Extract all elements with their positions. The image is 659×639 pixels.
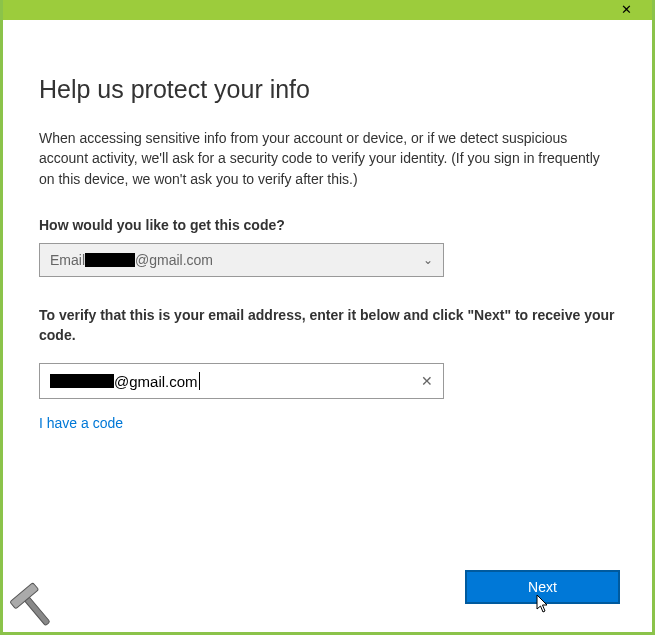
text-cursor <box>199 372 200 390</box>
email-input[interactable]: @gmail.com ✕ <box>39 363 444 399</box>
redacted-text <box>85 253 135 267</box>
next-button[interactable]: Next <box>465 570 620 604</box>
dialog-window: ✕ Help us protect your info When accessi… <box>0 0 655 635</box>
close-icon[interactable]: ✕ <box>613 0 640 20</box>
method-label: How would you like to get this code? <box>39 217 616 233</box>
have-code-link[interactable]: I have a code <box>39 415 616 431</box>
titlebar: ✕ <box>3 0 652 20</box>
page-title: Help us protect your info <box>39 75 616 104</box>
email-input-value: @gmail.com <box>50 372 200 390</box>
verify-instruction: To verify that this is your email addres… <box>39 305 616 346</box>
verification-method-dropdown[interactable]: Email @gmail.com ⌄ <box>39 243 444 277</box>
description-text: When accessing sensitive info from your … <box>39 128 616 189</box>
svg-rect-1 <box>10 583 39 609</box>
chevron-down-icon: ⌄ <box>423 253 433 267</box>
hammer-watermark-icon <box>5 582 65 632</box>
svg-rect-0 <box>21 593 50 626</box>
clear-input-icon[interactable]: ✕ <box>421 373 433 389</box>
dialog-content: Help us protect your info When accessing… <box>3 20 652 451</box>
dropdown-selected-text: Email @gmail.com <box>50 252 213 268</box>
redacted-text <box>50 374 114 388</box>
